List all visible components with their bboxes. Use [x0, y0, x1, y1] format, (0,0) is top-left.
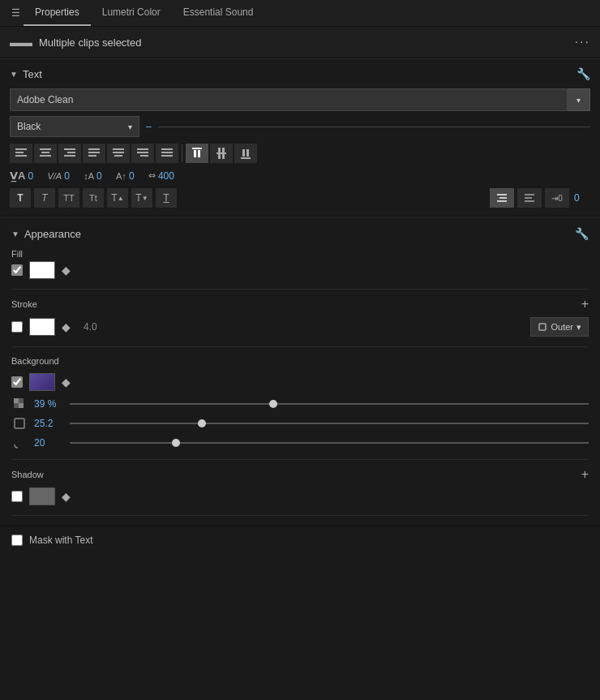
- bold-button[interactable]: T: [10, 188, 31, 208]
- svg-rect-37: [14, 398, 19, 403]
- stroke-add-button[interactable]: +: [581, 298, 589, 311]
- svg-rect-40: [19, 403, 24, 408]
- valign-top-button[interactable]: [186, 144, 208, 163]
- svg-rect-20: [161, 155, 173, 157]
- svg-rect-13: [113, 152, 124, 153]
- text-section-wrench-icon[interactable]: 🔧: [576, 67, 590, 80]
- svg-rect-29: [246, 149, 249, 157]
- fill-checkbox[interactable]: [11, 264, 23, 276]
- background-opacity-row: 39 %: [11, 397, 589, 410]
- leading-value[interactable]: 0: [96, 170, 113, 182]
- kerning-value[interactable]: 0: [28, 170, 44, 182]
- mask-with-text-checkbox[interactable]: [11, 535, 23, 546]
- text-section: ▼ Text 🔧 ▾ Black ▾ –: [0, 59, 600, 217]
- shadow-color-swatch[interactable]: [29, 487, 55, 505]
- text-section-header[interactable]: ▼ Text 🔧: [10, 67, 590, 80]
- valign-bottom-button[interactable]: [234, 144, 257, 163]
- stroke-header-row: Stroke +: [11, 298, 589, 311]
- stroke-eyedropper-button[interactable]: ◆: [62, 320, 71, 333]
- justify-left-button[interactable]: [83, 144, 105, 163]
- tab-essential-sound[interactable]: Essential Sound: [172, 0, 265, 26]
- text-section-title: Text: [23, 68, 576, 80]
- shadow-label: Shadow: [11, 470, 581, 479]
- tracking-value[interactable]: 0: [64, 170, 80, 182]
- size-icon: [11, 417, 28, 430]
- justify-center-button[interactable]: [107, 144, 130, 163]
- tab-stop-value[interactable]: 0: [574, 192, 590, 204]
- align-divider: [182, 144, 182, 162]
- baseline-value[interactable]: 0: [129, 170, 145, 182]
- font-style-select[interactable]: Black: [17, 121, 128, 132]
- svg-rect-14: [114, 155, 122, 157]
- opacity-slider[interactable]: [70, 403, 589, 405]
- stroke-type-arrow: ▾: [576, 322, 581, 333]
- svg-rect-34: [525, 197, 532, 199]
- tab-hamburger[interactable]: ☰: [8, 0, 24, 26]
- svg-rect-35: [525, 200, 534, 202]
- svg-rect-8: [64, 155, 75, 157]
- size-value[interactable]: 25.2: [34, 418, 63, 429]
- font-name-input[interactable]: [10, 88, 568, 111]
- tsumi-icon: ⇔: [148, 170, 156, 181]
- panel-more-button[interactable]: ···: [575, 35, 590, 49]
- svg-rect-41: [15, 419, 24, 428]
- small-caps-button[interactable]: Tt: [83, 188, 104, 208]
- font-name-row: ▾: [10, 88, 590, 111]
- svg-rect-22: [194, 150, 196, 157]
- corner-value[interactable]: 20: [34, 437, 63, 449]
- svg-rect-3: [40, 148, 51, 150]
- shadow-eyedropper-button[interactable]: ◆: [62, 490, 71, 503]
- appearance-chevron: ▼: [11, 230, 19, 238]
- tab-stop-button[interactable]: ⇥0: [545, 188, 569, 208]
- svg-rect-2: [15, 155, 27, 157]
- align-left-button[interactable]: [10, 144, 32, 163]
- align-center-h-button[interactable]: [34, 144, 57, 163]
- stroke-value[interactable]: 4.0: [84, 321, 97, 333]
- align-right-text-button[interactable]: [490, 188, 514, 208]
- svg-rect-36: [539, 324, 546, 330]
- font-dropdown-button[interactable]: ▾: [568, 88, 590, 111]
- svg-rect-11: [88, 155, 96, 157]
- appearance-wrench-icon[interactable]: 🔧: [575, 227, 589, 240]
- font-style-select-wrap[interactable]: Black ▾: [10, 116, 139, 137]
- appearance-section-title: Appearance: [24, 228, 575, 240]
- kerning-item: V̲A 0: [10, 170, 44, 182]
- background-corner-row: 20: [11, 436, 589, 449]
- svg-rect-28: [242, 149, 245, 157]
- leading-item: ↕A 0: [84, 170, 113, 182]
- background-eyedropper-button[interactable]: ◆: [62, 376, 71, 389]
- tsumi-value[interactable]: 400: [158, 170, 174, 182]
- opacity-value[interactable]: 39 %: [34, 398, 63, 410]
- italic-button[interactable]: T: [34, 188, 55, 208]
- superscript-button[interactable]: T▲: [107, 188, 128, 208]
- stroke-color-swatch[interactable]: [29, 318, 55, 336]
- justify-right-button[interactable]: [131, 144, 154, 163]
- svg-rect-18: [161, 148, 173, 150]
- align-right-button[interactable]: [58, 144, 81, 163]
- appearance-section-header[interactable]: ▼ Appearance 🔧: [11, 227, 589, 240]
- align-left-text-button2[interactable]: [517, 188, 542, 208]
- corner-slider[interactable]: [70, 442, 589, 444]
- stroke-type-button[interactable]: Outer ▾: [530, 317, 589, 337]
- stroke-checkbox[interactable]: [11, 321, 23, 333]
- shadow-row: ◆: [11, 487, 589, 505]
- valign-center-button[interactable]: [210, 144, 233, 163]
- caps-button[interactable]: TT: [58, 188, 79, 208]
- background-checkbox[interactable]: [11, 376, 23, 388]
- background-color-swatch[interactable]: [29, 373, 55, 391]
- justify-all-button[interactable]: [156, 144, 178, 163]
- svg-rect-31: [499, 197, 507, 199]
- fill-color-swatch[interactable]: [29, 261, 55, 279]
- svg-rect-10: [88, 152, 100, 153]
- underline-button[interactable]: T: [156, 188, 177, 208]
- size-slider[interactable]: [70, 423, 589, 424]
- shadow-checkbox[interactable]: [11, 491, 23, 502]
- background-label-row: Background: [11, 355, 589, 367]
- font-size-dash: –: [146, 121, 152, 132]
- tab-properties[interactable]: Properties: [24, 0, 91, 26]
- subscript-button[interactable]: T▼: [131, 188, 152, 208]
- mask-with-text-label: Mask with Text: [29, 535, 92, 546]
- fill-eyedropper-button[interactable]: ◆: [62, 264, 71, 277]
- shadow-add-button[interactable]: +: [581, 468, 589, 481]
- tab-lumetri-color[interactable]: Lumetri Color: [91, 0, 172, 26]
